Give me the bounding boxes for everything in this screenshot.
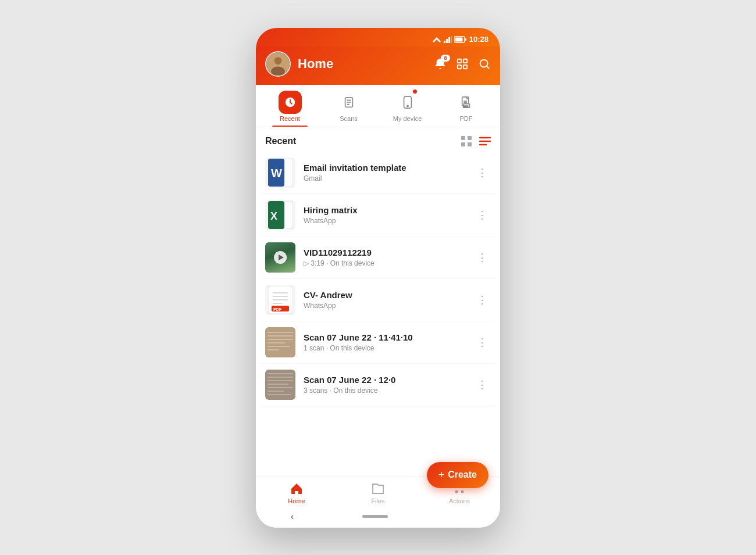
file-sub: ▷ 3:19 · On this device <box>304 259 473 267</box>
tab-recent[interactable]: Recent <box>261 85 319 127</box>
list-item[interactable]: Scan 07 June 22 · 12·0 3 scans · On this… <box>261 364 495 406</box>
svg-point-9 <box>274 57 282 65</box>
tab-mydevice-icon-wrap <box>396 91 419 114</box>
content-area: Recent <box>256 127 500 477</box>
svg-rect-58 <box>268 377 293 378</box>
svg-rect-30 <box>468 136 472 140</box>
file-name: CV- Andrew <box>304 290 473 300</box>
svg-rect-4 <box>451 36 452 43</box>
scans-icon <box>343 96 355 109</box>
svg-rect-59 <box>268 380 293 381</box>
file-name: Scan 07 June 22 · 11·41·10 <box>304 332 473 342</box>
header-title: Home <box>298 56 427 71</box>
file-menu-button[interactable]: ⋮ <box>473 375 491 395</box>
svg-point-66 <box>455 490 458 493</box>
home-icon <box>290 482 304 496</box>
file-thumb-video <box>265 242 295 273</box>
list-item[interactable]: PDF CV- Andrew WhatsApp ⋮ <box>261 279 495 321</box>
grid-icon <box>461 135 472 147</box>
home-gesture-bar <box>362 515 388 518</box>
svg-rect-55 <box>268 349 279 350</box>
file-menu-button[interactable]: ⋮ <box>473 163 491 182</box>
create-button[interactable]: + Create <box>427 462 488 488</box>
svg-point-10 <box>271 66 285 76</box>
tab-pdf-icon-wrap: PDF <box>455 91 478 114</box>
tab-pdf[interactable]: PDF PDF <box>437 85 495 127</box>
svg-rect-32 <box>468 142 472 146</box>
status-time: 10:28 <box>469 35 488 44</box>
svg-text:X: X <box>270 210 277 222</box>
battery-icon <box>454 36 467 43</box>
file-thumb-excel: X <box>265 200 295 230</box>
nav-files[interactable]: Files <box>337 482 419 504</box>
notification-button[interactable]: 8 <box>434 58 447 70</box>
windows-button[interactable] <box>456 58 469 70</box>
svg-rect-54 <box>268 346 290 347</box>
svg-text:W: W <box>271 167 282 180</box>
file-menu-button[interactable]: ⋮ <box>473 248 491 267</box>
svg-rect-6 <box>455 37 462 41</box>
file-info: Scan 07 June 22 · 12·0 3 scans · On this… <box>304 375 473 395</box>
file-thumb-word: W <box>265 157 295 188</box>
svg-rect-53 <box>268 342 285 343</box>
svg-line-16 <box>487 66 489 69</box>
file-list: W Email invitation template Gmail ⋮ X <box>256 152 500 406</box>
list-item[interactable]: W Email invitation template Gmail ⋮ <box>261 152 495 194</box>
file-thumb-scan2 <box>265 370 295 400</box>
play-triangle <box>279 255 284 260</box>
file-thumb-scan1 <box>265 327 295 357</box>
list-view-toggle[interactable] <box>479 135 491 147</box>
tab-mydevice[interactable]: My device <box>378 85 437 127</box>
grid-view-toggle[interactable] <box>461 135 472 147</box>
scan1-preview <box>265 327 295 357</box>
file-menu-button[interactable]: ⋮ <box>473 332 491 352</box>
fab-plus-icon: + <box>438 469 445 481</box>
list-item[interactable]: VID11029112219 ▷ 3:19 · On this device ⋮ <box>261 237 495 279</box>
signal-icon <box>444 36 452 43</box>
file-info: Hiring matrix WhatsApp <box>304 205 473 225</box>
svg-rect-31 <box>461 142 465 146</box>
clock-icon <box>284 96 297 109</box>
mydevice-dot <box>413 89 417 94</box>
play-overlay <box>274 251 287 264</box>
avatar[interactable] <box>265 51 291 77</box>
list-item[interactable]: X Hiring matrix WhatsApp ⋮ <box>261 194 495 237</box>
tab-scans[interactable]: Scans <box>319 85 378 127</box>
excel-icon: X <box>268 201 293 229</box>
windows-icon <box>456 58 469 70</box>
files-icon <box>371 482 385 496</box>
header-actions: 8 <box>434 58 491 70</box>
file-menu-button[interactable]: ⋮ <box>473 290 491 310</box>
file-name: VID11029112219 <box>304 248 473 257</box>
file-info: CV- Andrew WhatsApp <box>304 290 473 310</box>
file-sub: 3 scans · On this device <box>304 386 473 395</box>
svg-rect-57 <box>268 373 293 374</box>
category-tabs: Recent Scans My device <box>256 85 500 127</box>
svg-rect-50 <box>268 332 293 333</box>
file-info: Scan 07 June 22 · 11·41·10 1 scan · On t… <box>304 332 473 352</box>
gesture-bar: ‹ <box>256 507 500 528</box>
list-item[interactable]: Scan 07 June 22 · 11·41·10 1 scan · On t… <box>261 321 495 364</box>
fab-container: + Create <box>427 462 488 488</box>
file-name: Email invitation template <box>304 163 473 173</box>
svg-rect-52 <box>268 339 293 340</box>
word-icon: W <box>268 159 293 187</box>
fab-label: Create <box>448 470 477 480</box>
search-button[interactable] <box>478 58 491 70</box>
file-sub: 1 scan · On this device <box>304 344 473 352</box>
file-name: Scan 07 June 22 · 12·0 <box>304 375 473 385</box>
tab-recent-icon-wrap <box>279 91 302 114</box>
nav-files-label: Files <box>371 497 384 504</box>
svg-point-15 <box>480 59 488 67</box>
tab-pdf-label: PDF <box>460 115 473 122</box>
svg-rect-12 <box>463 59 467 62</box>
status-bar: 10:28 <box>256 28 500 46</box>
nav-home[interactable]: Home <box>256 482 337 504</box>
svg-rect-63 <box>268 394 291 395</box>
pdfdoc-icon: PDF <box>268 286 293 314</box>
section-header: Recent <box>256 127 500 152</box>
file-menu-button[interactable]: ⋮ <box>473 205 491 225</box>
svg-rect-61 <box>268 387 293 388</box>
svg-rect-60 <box>268 384 288 385</box>
svg-rect-62 <box>268 391 284 392</box>
